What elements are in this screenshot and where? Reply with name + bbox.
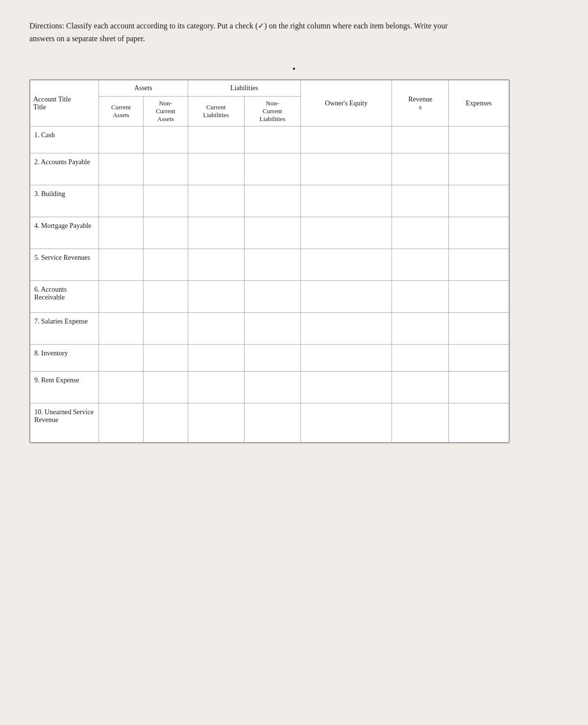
table-row: 3. Building — [30, 185, 509, 217]
owners-equity-cell[interactable] — [301, 372, 392, 403]
dot-separator: • — [29, 64, 559, 75]
current-assets-cell[interactable] — [99, 153, 144, 185]
non-current-assets-cell[interactable] — [143, 153, 188, 185]
owners-equity-header: Owner's Equity — [301, 80, 392, 126]
non-current-assets-cell[interactable] — [143, 217, 188, 249]
expenses-cell[interactable] — [449, 249, 509, 281]
non-current-assets-cell[interactable] — [143, 403, 188, 443]
non-current-assets-cell[interactable] — [143, 372, 188, 403]
account-title-header: Account Title Title — [30, 80, 99, 126]
revenues-cell[interactable] — [392, 185, 449, 217]
expenses-cell[interactable] — [449, 217, 509, 249]
current-liabilities-cell[interactable] — [188, 153, 244, 185]
expenses-cell[interactable] — [449, 153, 509, 185]
classification-table: Account Title Title Assets Liabilities O… — [30, 80, 509, 443]
current-liabilities-cell[interactable] — [188, 217, 244, 249]
revenues-cell[interactable] — [392, 281, 449, 313]
table-row: 2. Accounts Payable — [30, 153, 509, 185]
revenues-cell[interactable] — [392, 249, 449, 281]
table-row: 1. Cash — [30, 126, 509, 153]
account-title-cell: 8. Inventory — [30, 345, 99, 372]
non-current-liabilities-cell[interactable] — [244, 249, 300, 281]
table-row: 6. Accounts Receivable — [30, 281, 509, 313]
revenues-cell[interactable] — [392, 126, 449, 153]
current-assets-cell[interactable] — [99, 249, 144, 281]
owners-equity-cell[interactable] — [301, 217, 392, 249]
current-liabilities-sub-header: CurrentLiabilities — [188, 97, 244, 126]
current-assets-cell[interactable] — [99, 126, 144, 153]
revenues-cell[interactable] — [392, 153, 449, 185]
table-row: 9. Rent Expense — [30, 372, 509, 403]
non-current-assets-sub-header: Non-CurrentAssets — [143, 97, 188, 126]
current-liabilities-cell[interactable] — [188, 372, 244, 403]
non-current-liabilities-cell[interactable] — [244, 153, 300, 185]
liabilities-header: Liabilities — [188, 80, 300, 97]
owners-equity-cell[interactable] — [301, 185, 392, 217]
expenses-header: Expenses — [449, 80, 509, 126]
table-row: 7. Salaries Expense — [30, 313, 509, 345]
current-liabilities-cell[interactable] — [188, 126, 244, 153]
expenses-cell[interactable] — [449, 345, 509, 372]
expenses-cell[interactable] — [449, 185, 509, 217]
owners-equity-cell[interactable] — [301, 153, 392, 185]
non-current-assets-cell[interactable] — [143, 313, 188, 345]
current-liabilities-cell[interactable] — [188, 313, 244, 345]
non-current-liabilities-cell[interactable] — [244, 281, 300, 313]
owners-equity-cell[interactable] — [301, 126, 392, 153]
current-assets-cell[interactable] — [99, 313, 144, 345]
revenues-header: Revenues — [392, 80, 449, 126]
current-assets-cell[interactable] — [99, 372, 144, 403]
revenues-cell[interactable] — [392, 217, 449, 249]
current-assets-sub-header: CurrentAssets — [99, 97, 144, 126]
table-row: 5. Service Revenues — [30, 249, 509, 281]
current-liabilities-cell[interactable] — [188, 281, 244, 313]
revenues-cell[interactable] — [392, 372, 449, 403]
expenses-cell[interactable] — [449, 126, 509, 153]
non-current-liabilities-sub-header: Non-CurrentLiabilities — [244, 97, 300, 126]
account-title-cell: 7. Salaries Expense — [30, 313, 99, 345]
assets-header: Assets — [99, 80, 188, 97]
account-title-cell: 10. Unearned Service Revenue — [30, 403, 99, 443]
non-current-assets-cell[interactable] — [143, 126, 188, 153]
current-assets-cell[interactable] — [99, 281, 144, 313]
non-current-liabilities-cell[interactable] — [244, 403, 300, 443]
non-current-liabilities-cell[interactable] — [244, 126, 300, 153]
non-current-liabilities-cell[interactable] — [244, 372, 300, 403]
non-current-assets-cell[interactable] — [143, 345, 188, 372]
owners-equity-cell[interactable] — [301, 345, 392, 372]
account-title-cell: 5. Service Revenues — [30, 249, 99, 281]
header-row-top: Account Title Title Assets Liabilities O… — [30, 80, 509, 97]
non-current-assets-cell[interactable] — [143, 281, 188, 313]
non-current-assets-cell[interactable] — [143, 249, 188, 281]
non-current-liabilities-cell[interactable] — [244, 217, 300, 249]
owners-equity-cell[interactable] — [301, 249, 392, 281]
non-current-liabilities-cell[interactable] — [244, 345, 300, 372]
account-title-cell: 6. Accounts Receivable — [30, 281, 99, 313]
expenses-cell[interactable] — [449, 313, 509, 345]
revenues-cell[interactable] — [392, 345, 449, 372]
current-assets-cell[interactable] — [99, 345, 144, 372]
classification-table-wrapper: Account Title Title Assets Liabilities O… — [29, 79, 510, 443]
current-liabilities-cell[interactable] — [188, 249, 244, 281]
table-row: 8. Inventory — [30, 345, 509, 372]
expenses-cell[interactable] — [449, 372, 509, 403]
current-assets-cell[interactable] — [99, 185, 144, 217]
account-title-cell: 2. Accounts Payable — [30, 153, 99, 185]
table-row: 4. Mortgage Payable — [30, 217, 509, 249]
non-current-liabilities-cell[interactable] — [244, 185, 300, 217]
current-liabilities-cell[interactable] — [188, 345, 244, 372]
current-assets-cell[interactable] — [99, 217, 144, 249]
current-assets-cell[interactable] — [99, 403, 144, 443]
owners-equity-cell[interactable] — [301, 313, 392, 345]
revenues-cell[interactable] — [392, 313, 449, 345]
account-title-cell: 1. Cash — [30, 126, 99, 153]
expenses-cell[interactable] — [449, 403, 509, 443]
revenues-cell[interactable] — [392, 403, 449, 443]
non-current-assets-cell[interactable] — [143, 185, 188, 217]
owners-equity-cell[interactable] — [301, 281, 392, 313]
owners-equity-cell[interactable] — [301, 403, 392, 443]
expenses-cell[interactable] — [449, 281, 509, 313]
current-liabilities-cell[interactable] — [188, 403, 244, 443]
non-current-liabilities-cell[interactable] — [244, 313, 300, 345]
current-liabilities-cell[interactable] — [188, 185, 244, 217]
